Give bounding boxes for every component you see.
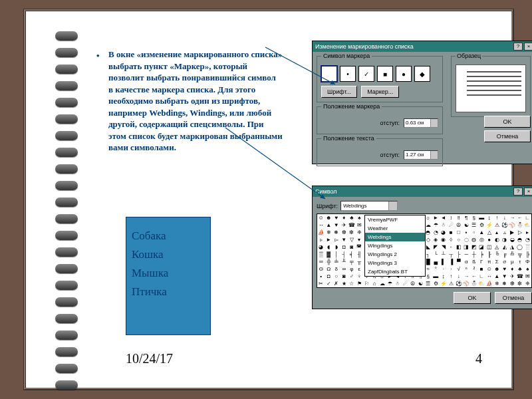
symbol-cell[interactable]: ▫ <box>470 229 478 236</box>
symbol-cell[interactable]: µ <box>509 258 517 265</box>
symbol-cell[interactable]: ◨ <box>463 243 471 251</box>
symbol-cell[interactable]: ▹ <box>317 236 325 243</box>
symbol-cell[interactable]: ♠ <box>524 265 532 273</box>
symbol-cell[interactable]: ⛄ <box>516 221 524 229</box>
symbol-cell[interactable]: ∟ <box>478 273 486 280</box>
symbol-cell[interactable]: ☺ <box>485 265 493 273</box>
symbol-cell[interactable]: ☆ <box>348 280 356 287</box>
dropdown-item[interactable]: VremyaPWF <box>365 215 425 224</box>
symbol-cell[interactable]: ► <box>432 214 440 221</box>
indent-spinner[interactable]: 1.27 см <box>404 150 438 160</box>
symbol-cell[interactable]: ╠ <box>524 251 532 258</box>
symbol-cell[interactable]: ☃ <box>440 221 448 229</box>
symbol-cell[interactable]: ▸ <box>524 229 532 236</box>
symbol-cell[interactable]: ⚽ <box>501 221 509 229</box>
symbol-cell[interactable]: ◔ <box>432 229 440 236</box>
marker-option[interactable]: • <box>340 66 356 82</box>
symbol-cell[interactable]: ◦ <box>448 243 456 251</box>
symbol-cell[interactable]: ▶ <box>509 229 517 236</box>
symbol-cell[interactable]: ◬ <box>493 243 501 251</box>
marker-option[interactable]: ✓ <box>358 66 374 82</box>
symbol-cell[interactable]: ☮ <box>455 221 463 229</box>
symbol-cell[interactable]: ² <box>470 265 478 273</box>
symbol-cell[interactable]: ❇ <box>516 280 524 287</box>
symbol-cell[interactable]: ● <box>485 236 493 243</box>
symbol-cell[interactable]: ◩ <box>470 243 478 251</box>
cancel-button[interactable]: Отмена <box>484 130 531 142</box>
symbol-cell[interactable]: ░ <box>524 243 532 251</box>
symbol-cell[interactable]: ▲ <box>493 273 501 280</box>
symbol-cell[interactable]: ╟ <box>485 251 493 258</box>
symbol-cell[interactable]: ◪ <box>478 243 486 251</box>
symbol-cell[interactable]: ∟ <box>524 214 532 221</box>
symbol-cell[interactable]: ▲ <box>325 221 333 229</box>
close-icon[interactable]: × <box>524 43 532 51</box>
symbol-cell[interactable]: ▓ <box>325 251 333 258</box>
symbol-cell[interactable]: ◍ <box>470 236 478 243</box>
symbol-cell[interactable]: ◔ <box>524 236 532 243</box>
symbol-cell[interactable]: ✓ <box>325 280 333 287</box>
symbol-cell[interactable]: ☮ <box>409 280 417 287</box>
symbol-cell[interactable]: ☺ <box>317 214 325 221</box>
symbol-cell[interactable]: ◥ <box>440 243 448 251</box>
symbol-cell[interactable]: ♦ <box>340 214 348 221</box>
symbol-cell[interactable]: ♣ <box>516 265 524 273</box>
symbol-cell[interactable]: ⚡ <box>485 221 493 229</box>
symbol-cell[interactable]: Σ <box>493 258 501 265</box>
symbol-cell[interactable]: ◖ <box>325 243 333 251</box>
symbol-cell[interactable]: ▌ <box>440 258 448 265</box>
symbol-cell[interactable]: Θ <box>317 265 325 273</box>
symbol-cell[interactable]: ❈ <box>356 229 364 236</box>
symbol-cell[interactable]: ⚽ <box>455 280 463 287</box>
symbol-cell[interactable]: ◕ <box>440 229 448 236</box>
symbol-cell[interactable]: ° <box>432 265 440 273</box>
symbol-cell[interactable]: ‼ <box>455 214 463 221</box>
close-icon[interactable]: × <box>524 188 532 196</box>
symbol-cell[interactable]: ◉ <box>440 236 448 243</box>
symbol-cell[interactable]: ✉ <box>356 221 364 229</box>
symbol-cell[interactable]: ▼ <box>501 273 509 280</box>
symbol-cell[interactable]: δ <box>332 265 340 273</box>
symbol-cell[interactable]: ⛅ <box>478 280 486 287</box>
symbol-cell[interactable]: ☯ <box>417 280 425 287</box>
symbol-cell[interactable]: ◙ <box>340 273 348 280</box>
symbol-cell[interactable]: ◫ <box>485 243 493 251</box>
symbol-cell[interactable]: ⛵ <box>485 280 493 287</box>
symbol-cell[interactable]: ↨ <box>485 214 493 221</box>
symbol-cell[interactable]: ¶ <box>463 214 471 221</box>
symbol-cell[interactable]: ╤ <box>348 258 356 265</box>
dropdown-item[interactable]: Wingdings 3 <box>365 259 425 267</box>
symbol-cell[interactable]: ▐ <box>448 258 456 265</box>
symbol-cell[interactable]: ○ <box>332 273 340 280</box>
symbol-cell[interactable]: ↕ <box>448 214 456 221</box>
symbol-cell[interactable]: ◤ <box>432 243 440 251</box>
symbol-cell[interactable]: ◙ <box>348 243 356 251</box>
symbol-cell[interactable]: ◮ <box>509 243 517 251</box>
symbol-cell[interactable]: ◕ <box>317 243 325 251</box>
symbol-cell[interactable]: ⁿ <box>463 265 471 273</box>
symbol-cell[interactable]: ◯ <box>516 243 524 251</box>
symbol-cell[interactable]: α <box>463 258 471 265</box>
symbol-cell[interactable]: ╞ <box>478 251 486 258</box>
font-button[interactable]: Шрифт... <box>321 86 357 98</box>
symbol-cell[interactable]: ■ <box>448 229 456 236</box>
symbol-cell[interactable]: ▾ <box>356 236 364 243</box>
symbol-cell[interactable]: ▽ <box>348 236 356 243</box>
symbol-cell[interactable]: Ω <box>325 265 333 273</box>
dropdown-item[interactable]: Wingdings <box>365 241 425 250</box>
symbol-cell[interactable]: ╩ <box>509 251 517 258</box>
symbol-cell[interactable]: ✗ <box>332 280 340 287</box>
symbol-cell[interactable]: ♀ <box>356 273 364 280</box>
symbol-cell[interactable]: · <box>448 265 456 273</box>
symbol-cell[interactable]: ◚ <box>356 243 364 251</box>
symbol-cell[interactable]: ❄ <box>493 280 501 287</box>
symbol-cell[interactable]: ◈ <box>432 236 440 243</box>
font-combo[interactable]: Webdings <box>340 201 398 211</box>
symbol-cell[interactable]: △ <box>485 229 493 236</box>
symbol-cell[interactable]: ↑ <box>493 214 501 221</box>
symbol-cell[interactable]: ╧ <box>332 258 340 265</box>
symbol-cell[interactable]: ⚐ <box>363 280 371 287</box>
symbol-cell[interactable]: ⚾ <box>463 280 471 287</box>
symbol-cell[interactable]: ▀ <box>455 258 463 265</box>
symbol-cell[interactable]: ⚠ <box>493 221 501 229</box>
